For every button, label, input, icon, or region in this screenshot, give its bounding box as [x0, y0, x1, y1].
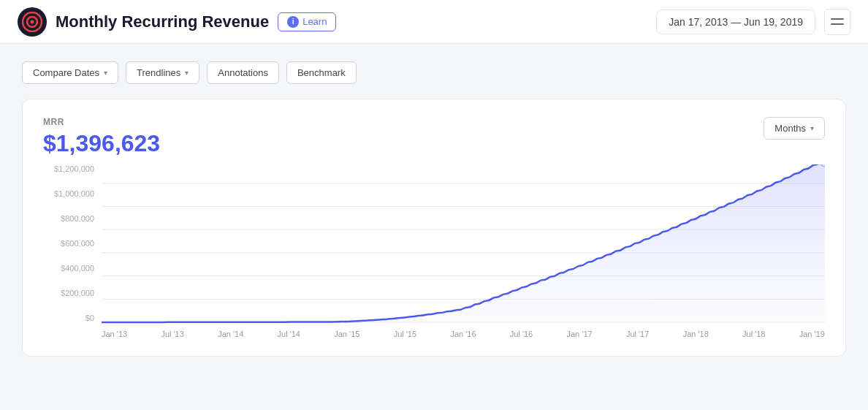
x-label-9: Jul '17 — [626, 330, 649, 338]
y-label-6: $0 — [43, 314, 94, 322]
header-left: Monthly Recurring Revenue i Learn — [18, 7, 336, 37]
page-title: Monthly Recurring Revenue — [56, 12, 269, 31]
chart-canvas-container — [102, 164, 825, 325]
x-label-12: Jan '19 — [799, 330, 825, 338]
annotations-label: Annotations — [218, 67, 268, 78]
date-range[interactable]: Jan 17, 2013 — Jun 19, 2019 — [656, 10, 815, 34]
x-label-8: Jan '17 — [567, 330, 593, 338]
y-label-4: $400,000 — [43, 264, 94, 273]
x-axis: Jan '13 Jul '13 Jan '14 Jul '14 Jan '15 … — [102, 330, 825, 338]
x-label-7: Jul '16 — [510, 330, 533, 338]
chevron-down-icon: ▾ — [104, 69, 107, 77]
x-label-0: Jan '13 — [102, 330, 127, 338]
chevron-down-icon-3: ▾ — [810, 124, 814, 132]
chart-header: MRR $1,396,623 Months ▾ — [43, 117, 825, 157]
benchmark-label: Benchmark — [297, 67, 346, 78]
y-label-1: $1,000,000 — [43, 189, 94, 198]
menu-line-1 — [831, 18, 844, 20]
x-label-11: Jul '18 — [742, 330, 765, 338]
app-header: Monthly Recurring Revenue i Learn Jan 17… — [0, 0, 868, 44]
x-label-1: Jul '13 — [161, 330, 183, 338]
x-label-6: Jan '16 — [450, 330, 476, 338]
granularity-select[interactable]: Months ▾ — [764, 117, 825, 140]
logo — [18, 7, 47, 37]
granularity-label: Months — [774, 123, 806, 134]
learn-button[interactable]: i Learn — [278, 12, 336, 31]
trendlines-button[interactable]: Trendlines ▾ — [126, 61, 199, 84]
chart-card: MRR $1,396,623 Months ▾ $1,200,000 $1,00… — [22, 99, 846, 357]
x-label-4: Jan '15 — [334, 330, 359, 338]
svg-point-2 — [31, 20, 34, 23]
benchmark-button[interactable]: Benchmark — [286, 61, 357, 84]
annotations-button[interactable]: Annotations — [207, 61, 279, 84]
mrr-chart — [102, 164, 825, 325]
metric-value: $1,396,623 — [43, 130, 160, 157]
chevron-down-icon-2: ▾ — [185, 69, 189, 77]
metric-label: MRR — [43, 117, 160, 127]
y-label-5: $200,000 — [43, 289, 94, 297]
x-label-5: Jul '15 — [394, 330, 416, 338]
y-label-2: $800,000 — [43, 214, 94, 223]
chart-area: $1,200,000 $1,000,000 $800,000 $600,000 … — [43, 164, 825, 338]
y-label-3: $600,000 — [43, 239, 94, 248]
menu-line-2 — [831, 23, 844, 25]
metric-section: MRR $1,396,623 — [43, 117, 160, 157]
info-icon: i — [287, 16, 299, 28]
toolbar: Compare Dates ▾ Trendlines ▾ Annotations… — [22, 61, 846, 84]
x-label-3: Jul '14 — [278, 330, 300, 338]
main-content: Compare Dates ▾ Trendlines ▾ Annotations… — [0, 44, 868, 374]
y-axis: $1,200,000 $1,000,000 $800,000 $600,000 … — [43, 164, 102, 325]
x-label-10: Jan '18 — [683, 330, 709, 338]
trendlines-label: Trendlines — [137, 67, 180, 78]
x-label-2: Jan '14 — [218, 330, 243, 338]
menu-button[interactable] — [824, 9, 850, 35]
compare-dates-button[interactable]: Compare Dates ▾ — [22, 61, 118, 84]
learn-label: Learn — [302, 16, 327, 27]
compare-dates-label: Compare Dates — [33, 67, 99, 78]
header-right: Jan 17, 2013 — Jun 19, 2019 — [656, 9, 850, 35]
y-label-0: $1,200,000 — [43, 164, 94, 173]
